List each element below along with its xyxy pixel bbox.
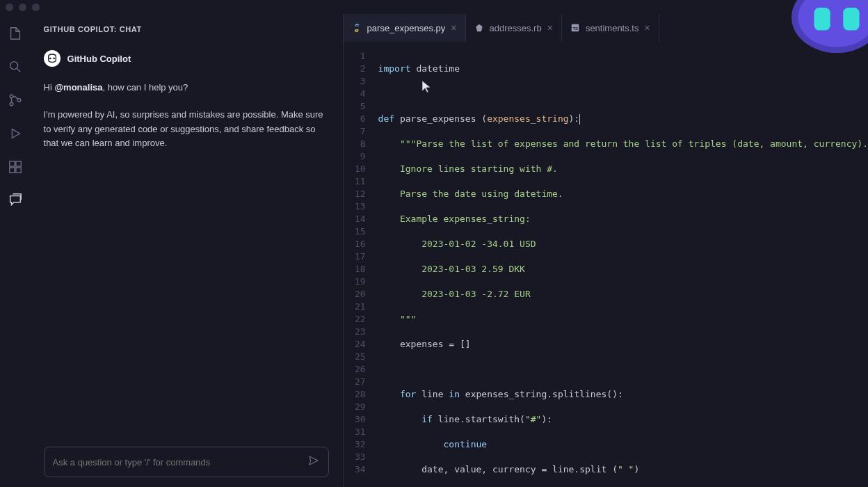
chat-input[interactable] — [53, 457, 307, 468]
svg-rect-7 — [16, 168, 21, 173]
traffic-minimize-icon[interactable] — [19, 3, 26, 11]
svg-rect-15 — [843, 8, 859, 30]
svg-point-9 — [53, 58, 55, 60]
svg-rect-4 — [10, 161, 15, 166]
tab-parse-expenses[interactable]: parse_expenses.py × — [344, 14, 466, 42]
chat-disclaimer: I'm powered by AI, so surprises and mist… — [44, 108, 329, 151]
svg-point-3 — [17, 99, 21, 102]
chat-input-container[interactable] — [44, 447, 329, 477]
traffic-close-icon[interactable] — [6, 3, 13, 11]
assistant-name: GitHub Copilot — [67, 54, 131, 64]
chat-panel-title: GITHUB COPILOT: CHAT — [44, 25, 329, 33]
source-control-icon[interactable] — [7, 92, 24, 109]
ruby-file-icon — [474, 23, 484, 33]
chat-greeting: Hi @monalisa, how can I help you? — [44, 81, 329, 95]
tab-label: addresses.rb — [490, 23, 542, 33]
search-icon[interactable] — [7, 58, 24, 75]
line-numbers: 1234567891011121314151617181920212223242… — [344, 50, 378, 487]
tab-label: parse_expenses.py — [367, 23, 446, 33]
tab-addresses[interactable]: addresses.rb × — [466, 14, 562, 42]
python-file-icon — [352, 23, 362, 33]
tab-sentiments[interactable]: TS sentiments.ts × — [562, 14, 659, 42]
explorer-icon[interactable] — [7, 25, 24, 42]
svg-rect-6 — [10, 168, 15, 173]
run-debug-icon[interactable] — [7, 125, 24, 142]
mention: @monalisa — [54, 82, 102, 93]
svg-rect-14 — [814, 8, 830, 30]
titlebar — [0, 0, 868, 14]
typescript-file-icon: TS — [570, 23, 580, 33]
svg-point-1 — [10, 95, 13, 98]
svg-point-8 — [49, 58, 51, 60]
traffic-zoom-icon[interactable] — [32, 3, 40, 11]
svg-point-0 — [10, 62, 18, 70]
chat-icon[interactable] — [7, 192, 24, 209]
svg-point-2 — [10, 102, 13, 106]
close-icon[interactable]: × — [644, 22, 650, 33]
svg-text:TS: TS — [572, 26, 578, 31]
copilot-mascot-icon — [785, 0, 868, 63]
svg-rect-5 — [16, 161, 21, 166]
close-icon[interactable]: × — [451, 22, 456, 33]
code-editor[interactable]: 1234567891011121314151617181920212223242… — [344, 42, 868, 487]
copilot-avatar-icon — [44, 50, 61, 67]
activity-bar — [0, 14, 31, 487]
cursor-pointer-icon — [421, 80, 431, 94]
extensions-icon[interactable] — [7, 159, 24, 175]
chat-panel: GITHUB COPILOT: CHAT GitHub Copilot Hi @… — [31, 14, 343, 487]
chat-body: Hi @monalisa, how can I help you? I'm po… — [44, 81, 329, 163]
code-content[interactable]: import datetime def parse_expenses (expe… — [378, 50, 868, 487]
close-icon[interactable]: × — [547, 22, 553, 33]
tab-label: sentiments.ts — [586, 23, 639, 33]
send-icon[interactable] — [307, 454, 320, 470]
